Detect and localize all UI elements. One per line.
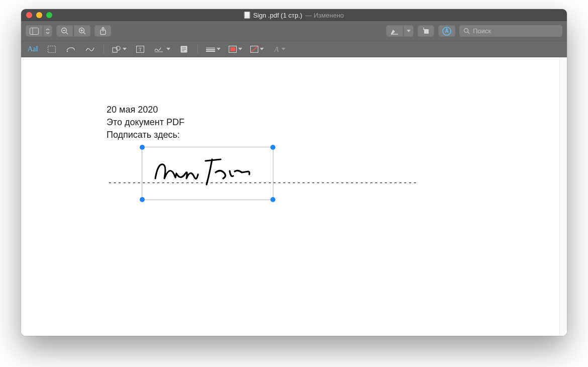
font-style-dropdown[interactable]: A [272, 44, 285, 55]
doc-date: 20 мая 2020 [107, 104, 184, 116]
svg-line-6 [83, 32, 85, 34]
chevron-down-icon [123, 48, 127, 50]
text-style-button[interactable]: AaI [27, 44, 38, 55]
separator [104, 45, 104, 54]
svg-point-17 [67, 50, 68, 51]
main-toolbar: Поиск [21, 21, 567, 41]
svg-rect-0 [30, 28, 39, 34]
view-mode-dropdown[interactable] [43, 25, 52, 37]
search-placeholder: Поиск [473, 27, 491, 35]
resize-handle-tr[interactable] [270, 145, 275, 150]
svg-text:A: A [274, 46, 279, 53]
highlight-button[interactable] [386, 25, 403, 37]
doc-line-3: Подписать здесь: [107, 129, 184, 141]
rotate-button[interactable] [418, 25, 434, 37]
chevron-down-icon [281, 48, 285, 50]
signature-image[interactable] [150, 153, 266, 194]
svg-rect-18 [113, 48, 117, 52]
title-text: Sign .pdf (1 стр.) [253, 12, 303, 19]
view-mode-button[interactable] [26, 25, 43, 37]
vertical-scrollbar[interactable] [559, 57, 567, 336]
search-icon [463, 28, 470, 34]
window-title: Sign .pdf (1 стр.) — Изменено [244, 12, 344, 19]
lasso-select-button[interactable] [65, 44, 76, 55]
search-field[interactable]: Поиск [459, 25, 562, 37]
shapes-dropdown[interactable] [112, 44, 127, 55]
titlebar: Sign .pdf (1 стр.) — Изменено [21, 9, 567, 21]
sketch-button[interactable] [84, 44, 95, 55]
fullscreen-window-button[interactable] [46, 12, 52, 18]
share-button[interactable] [94, 25, 111, 37]
zoom-in-button[interactable] [74, 25, 90, 37]
sign-dropdown[interactable] [154, 44, 170, 55]
document-text-block: 20 мая 2020 Это документ PDF Подписать з… [107, 104, 184, 142]
document-viewport[interactable]: 20 мая 2020 Это документ PDF Подписать з… [21, 57, 567, 336]
signature-selection[interactable] [142, 147, 273, 200]
line-style-dropdown[interactable] [206, 44, 221, 55]
fill-color-dropdown[interactable] [250, 44, 264, 55]
zoom-out-button[interactable] [56, 25, 73, 37]
resize-handle-tl[interactable] [140, 145, 145, 150]
highlight-dropdown[interactable] [404, 25, 414, 37]
window-controls [26, 12, 52, 18]
document-icon [244, 12, 250, 19]
svg-line-15 [468, 32, 470, 34]
title-status: — Изменено [305, 12, 344, 19]
svg-point-14 [464, 29, 468, 33]
preview-window: Sign .pdf (1 стр.) — Изменено [21, 9, 567, 336]
text-style-label: AaI [28, 45, 38, 53]
text-button[interactable]: T [135, 44, 146, 55]
markup-toolbar: AaI T [21, 41, 567, 57]
minimize-window-button[interactable] [36, 12, 42, 18]
resize-handle-br[interactable] [270, 197, 275, 202]
chevron-down-icon [166, 48, 170, 50]
svg-point-19 [116, 46, 120, 50]
stroke-color-dropdown[interactable] [229, 44, 242, 55]
svg-rect-31 [230, 47, 235, 51]
svg-rect-16 [48, 46, 56, 52]
resize-handle-bl[interactable] [140, 197, 145, 202]
rect-select-button[interactable] [46, 44, 57, 55]
chevron-down-icon [260, 48, 264, 50]
separator [198, 45, 198, 54]
chevron-down-icon [238, 48, 242, 50]
svg-line-33 [251, 46, 258, 52]
chevron-down-icon [217, 48, 221, 50]
markup-toggle-button[interactable] [438, 25, 455, 37]
svg-line-3 [66, 32, 68, 34]
svg-text:T: T [139, 47, 142, 52]
note-button[interactable] [178, 44, 189, 55]
doc-line-2: Это документ PDF [107, 116, 184, 129]
chevron-down-icon [407, 30, 411, 32]
close-window-button[interactable] [26, 12, 32, 18]
